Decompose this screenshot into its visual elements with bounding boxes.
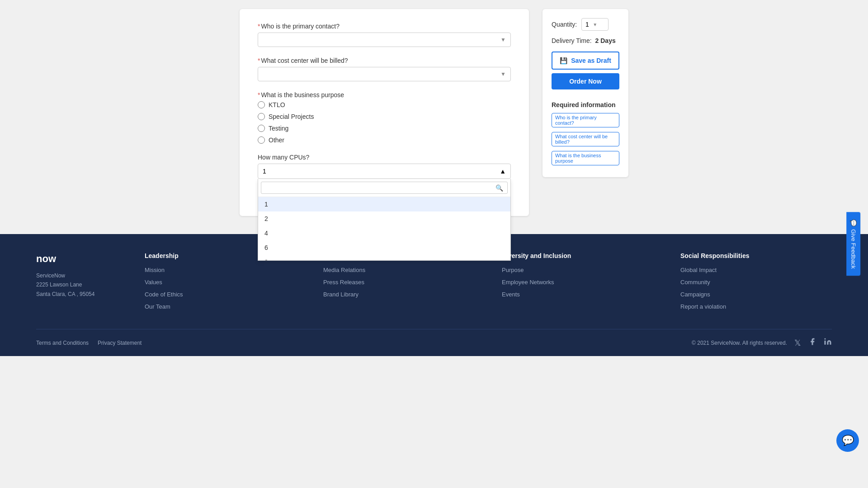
form-container: *Who is the primary contact? ▼ *What cos… [240,9,529,216]
primary-contact-select[interactable]: ▼ [258,33,511,47]
footer-col-diversity: Diversity and Inclusion Purpose Employee… [502,252,653,315]
cpu-options-list: 1 2 4 6 8 [258,197,510,260]
business-purpose-label: *What is the business purpose [258,91,511,99]
required-star-3: * [258,91,260,99]
quantity-select[interactable]: 1 ▼ [581,18,609,31]
footer-link-campaigns[interactable]: Campaigns [680,291,832,298]
delivery-value: 2 Days [595,37,616,44]
required-star: * [258,23,260,30]
right-panel: Quantity: 1 ▼ Delivery Time: 2 Days 💾 Sa… [542,9,628,216]
radio-testing-input[interactable] [258,125,265,132]
cost-center-select[interactable]: ▼ [258,67,511,81]
save-draft-button[interactable]: 💾 Save as Draft [552,52,619,70]
footer-address: ServiceNow 2225 Lawson Lane Santa Clara,… [36,271,118,299]
business-purpose-field: *What is the business purpose KTLO Speci… [258,91,511,144]
linkedin-icon[interactable] [824,338,832,348]
radio-special-label: Special Projects [269,113,314,120]
footer-terms-link[interactable]: Terms and Conditions [36,340,89,346]
feedback-tab[interactable]: 💬 Give Feedback [846,212,860,276]
cpu-search-icon: 🔍 [495,184,503,192]
footer-link-events[interactable]: Events [502,291,653,298]
required-tags-list: Who is the primary contact? What cost ce… [552,113,619,168]
footer-logo: now [36,252,118,265]
footer-top: now ServiceNow 2225 Lawson Lane Santa Cl… [36,252,832,329]
footer-col-social: Social Responsibilities Global Impact Co… [680,252,832,315]
radio-testing-label: Testing [269,125,288,132]
cost-center-label: *What cost center will be billed? [258,57,511,64]
svg-point-2 [825,338,826,340]
order-card: Quantity: 1 ▼ Delivery Time: 2 Days 💾 Sa… [542,9,628,177]
req-tag-primary-contact[interactable]: Who is the primary contact? [552,113,619,127]
footer-link-media-relations[interactable]: Media Relations [323,267,475,273]
footer-link-code-of-ethics[interactable]: Code of Ethics [145,291,296,298]
radio-other-label: Other [269,136,284,144]
order-now-button[interactable]: Order Now [552,73,619,89]
req-tag-cost-center[interactable]: What cost center will be billed? [552,132,619,146]
quantity-value: 1 [585,21,589,28]
cpu-dropdown-panel: 🔍 1 2 4 6 8 [258,179,511,261]
quantity-label: Quantity: [552,21,577,28]
primary-contact-field: *Who is the primary contact? ▼ [258,23,511,47]
footer-privacy-link[interactable]: Privacy Statement [98,340,142,346]
cpu-dropdown-wrapper: 1 ▲ 🔍 1 2 4 6 8 [258,164,511,179]
footer-link-global-impact[interactable]: Global Impact [680,267,832,273]
radio-other-input[interactable] [258,136,265,144]
cpu-option-8[interactable]: 8 [258,255,510,260]
footer-link-mission[interactable]: Mission [145,267,296,273]
footer-link-community[interactable]: Community [680,279,832,286]
radio-ktlo[interactable]: KTLO [258,101,511,108]
radio-ktlo-input[interactable] [258,101,265,108]
footer-col-leadership: Leadership Mission Values Code of Ethics… [145,252,296,315]
twitter-icon[interactable]: 𝕏 [794,338,801,348]
facebook-icon[interactable] [808,338,816,348]
feedback-label: Give Feedback [850,229,857,268]
footer-address-line1: 2225 Lawson Lane [36,282,82,288]
footer-logo-col: now ServiceNow 2225 Lawson Lane Santa Cl… [36,252,118,315]
cpu-label: How many CPUs? [258,154,511,161]
footer-copyright: © 2021 ServiceNow. All rights reserved. [692,340,787,346]
footer-link-values[interactable]: Values [145,279,296,286]
footer-link-report-violation[interactable]: Report a violation [680,303,832,310]
footer-link-press-releases[interactable]: Press Releases [323,279,475,286]
radio-special-projects[interactable]: Special Projects [258,113,511,120]
cpu-field: How many CPUs? 1 ▲ 🔍 1 2 4 6 [258,154,511,179]
cost-center-field: *What cost center will be billed? ▼ [258,57,511,81]
cpu-search-wrapper: 🔍 [258,179,510,197]
cpu-option-2[interactable]: 2 [258,211,510,226]
cpu-search-input[interactable] [261,182,508,194]
feedback-icon: 💬 [850,219,857,226]
cpu-selected-value: 1 [263,168,266,175]
save-draft-icon: 💾 [560,57,567,64]
footer-link-our-team[interactable]: Our Team [145,303,296,310]
footer-address-line2: Santa Clara, CA , 95054 [36,291,94,297]
footer-link-employee-networks[interactable]: Employee Networks [502,279,653,286]
main-content: *Who is the primary contact? ▼ *What cos… [0,0,868,234]
save-draft-label: Save as Draft [571,57,611,64]
footer-link-purpose[interactable]: Purpose [502,267,653,273]
footer-diversity-title: Diversity and Inclusion [502,252,653,259]
cpu-option-4[interactable]: 4 [258,226,510,240]
footer-company-name: ServiceNow [36,272,65,279]
footer-social-icons: © 2021 ServiceNow. All rights reserved. … [692,338,832,348]
quantity-row: Quantity: 1 ▼ [552,18,619,31]
primary-contact-label: *Who is the primary contact? [258,23,511,30]
required-info-title: Required information [552,101,619,108]
req-tag-business-purpose[interactable]: What is the business purpose [552,151,619,165]
cost-center-arrow-icon: ▼ [500,71,506,77]
radio-special-input[interactable] [258,113,265,120]
radio-testing[interactable]: Testing [258,125,511,132]
svg-text:now: now [36,253,57,264]
radio-other[interactable]: Other [258,136,511,144]
footer-link-brand-library[interactable]: Brand Library [323,291,475,298]
cpu-option-1[interactable]: 1 [258,197,510,211]
cpu-option-6[interactable]: 6 [258,240,510,255]
business-purpose-radio-group: KTLO Special Projects Testing Other [258,101,511,144]
delivery-label: Delivery Time: [552,37,592,44]
cpu-arrow-icon: ▲ [500,168,506,175]
footer-bottom: Terms and Conditions Privacy Statement ©… [36,329,832,356]
footer-social-title: Social Responsibilities [680,252,832,259]
cpu-select-display[interactable]: 1 ▲ [258,164,511,179]
quantity-arrow-icon: ▼ [593,22,597,27]
chat-button[interactable]: 💬 [836,429,859,452]
delivery-row: Delivery Time: 2 Days [552,37,619,44]
